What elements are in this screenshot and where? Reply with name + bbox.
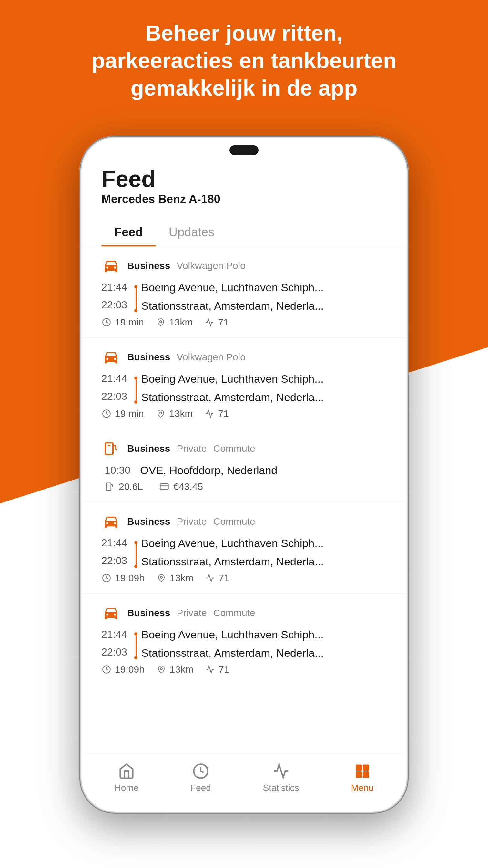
vehicle-subtitle: Mercedes Benz A-180: [101, 192, 387, 206]
feed-item-fuel[interactable]: Business Private Commute 10:30 OVE, Hoof…: [82, 429, 406, 502]
score-icon-3: [205, 573, 215, 583]
duration-value: 19 min: [115, 317, 144, 328]
feed-list: Business Volkwagen Polo 21:44 22:03: [82, 246, 406, 797]
distance-meta: 13km: [156, 317, 193, 328]
badge-business-fuel: Business: [127, 443, 170, 454]
route-display-4: 21:44 22:03 Boeing Avenue, Luchthaven Sc…: [101, 628, 387, 659]
score-icon-2: [204, 408, 215, 419]
times-column-4: 21:44 22:03: [101, 628, 130, 659]
score-value: 71: [218, 317, 228, 328]
screen-content: Feed Mercedes Benz A-180 Feed Updates: [82, 138, 406, 811]
badge-commute-3: Commute: [213, 516, 255, 527]
to-address-3: Stationsstraat, Amsterdam, Nederla...: [141, 555, 387, 568]
feed-item-trip-1[interactable]: Business Volkwagen Polo 21:44 22:03: [82, 246, 406, 338]
route-display: 21:44 22:03 Boeing Avenue, Luchthaven Sc…: [101, 281, 387, 312]
fuel-cost-icon: [159, 482, 169, 492]
svg-point-1: [160, 321, 162, 322]
score-value-3: 71: [219, 572, 229, 584]
to-address-4: Stationsstraat, Amsterdam, Nederla...: [141, 647, 387, 659]
route-dot-start-3: [134, 541, 137, 544]
fuel-icon: [101, 439, 121, 458]
to-time-4: 22:03: [101, 646, 130, 658]
feed-item-trip-4[interactable]: Business Private Commute 21:44 22:03: [82, 593, 406, 685]
distance-value-3: 13km: [170, 572, 193, 584]
svg-point-12: [160, 668, 162, 670]
duration-value-2: 19 min: [115, 408, 144, 419]
fuel-liters-icon: [104, 482, 115, 492]
bottom-nav: Home Feed: [82, 753, 406, 811]
nav-home[interactable]: Home: [104, 759, 148, 796]
nav-feed[interactable]: Feed: [181, 759, 221, 796]
duration-meta-3: 19:09h: [101, 572, 144, 584]
trip-meta-3: 19:09h 13km 71: [101, 572, 387, 584]
badge-private-fuel: Private: [176, 443, 206, 454]
car-icon-3: [101, 512, 121, 531]
fuel-liters-value: 20.6L: [119, 481, 143, 492]
svg-rect-4: [105, 443, 113, 454]
addresses-column-4: Boeing Avenue, Luchthaven Schiph... Stat…: [141, 628, 387, 659]
nav-feed-label: Feed: [190, 783, 211, 793]
times-column-3: 21:44 22:03: [101, 537, 130, 568]
feed-item-trip-3[interactable]: Business Private Commute 21:44 22:03: [82, 502, 406, 593]
badge-vehicle: Volkwagen Polo: [176, 260, 246, 271]
fuel-cost-meta: €43.45: [159, 481, 203, 492]
score-meta-4: 71: [205, 664, 229, 675]
score-value-4: 71: [219, 664, 229, 675]
feed-item-header: Business Volkwagen Polo: [101, 256, 387, 275]
svg-rect-6: [106, 483, 111, 491]
clock-icon-3: [101, 573, 112, 583]
score-icon: [204, 317, 215, 328]
score-meta-3: 71: [205, 572, 229, 584]
route-vertical-line: [135, 288, 136, 309]
camera-notch: [229, 145, 259, 155]
score-meta: 71: [204, 317, 228, 328]
svg-point-3: [160, 412, 162, 414]
from-time-2: 21:44: [101, 373, 130, 384]
nav-menu-label: Menu: [351, 783, 374, 793]
route-display-2: 21:44 22:03 Boeing Avenue, Luchthaven Sc…: [101, 373, 387, 404]
clock-icon: [101, 317, 112, 328]
distance-value-4: 13km: [170, 664, 193, 675]
car-icon: [101, 256, 121, 275]
route-line-3: [134, 537, 137, 568]
route-dot-start-2: [134, 376, 137, 380]
fuel-location: OVE, Hoofddorp, Nederland: [140, 464, 277, 476]
menu-icon: [353, 762, 371, 780]
route-vertical-line-3: [135, 544, 136, 565]
svg-rect-16: [356, 772, 361, 777]
score-icon-4: [205, 664, 215, 675]
trip-meta: 19 min 13km 71: [101, 317, 387, 328]
badge-business: Business: [127, 260, 170, 271]
nav-statistics[interactable]: Statistics: [253, 759, 309, 796]
nav-menu[interactable]: Menu: [341, 759, 383, 796]
route-line-4: [134, 628, 137, 659]
from-time-3: 21:44: [101, 537, 130, 549]
to-time: 22:03: [101, 299, 130, 311]
tab-updates[interactable]: Updates: [156, 219, 228, 246]
duration-meta-4: 19:09h: [101, 664, 144, 675]
feed-item-trip-2[interactable]: Business Volkwagen Polo 21:44 22:03: [82, 338, 406, 429]
addresses-column-2: Boeing Avenue, Luchthaven Schiph... Stat…: [141, 373, 387, 404]
distance-value-2: 13km: [169, 408, 193, 419]
statistics-icon: [272, 762, 290, 780]
svg-rect-17: [363, 772, 368, 777]
score-value-2: 71: [218, 408, 228, 419]
duration-meta-2: 19 min: [101, 408, 144, 419]
route-line: [134, 281, 137, 312]
tab-feed[interactable]: Feed: [101, 219, 156, 246]
route-display-3: 21:44 22:03 Boeing Avenue, Luchthaven Sc…: [101, 537, 387, 568]
location-icon-2: [156, 408, 166, 419]
nav-home-label: Home: [114, 783, 138, 793]
duration-value-4: 19:09h: [115, 664, 144, 675]
times-column: 21:44 22:03: [101, 281, 130, 312]
route-dot-start-4: [134, 632, 137, 636]
addresses-column: Boeing Avenue, Luchthaven Schiph... Stat…: [141, 281, 387, 312]
distance-meta-2: 13km: [156, 408, 193, 419]
distance-meta-4: 13km: [156, 664, 193, 675]
badge-private-4: Private: [176, 608, 206, 618]
route-dot-end: [134, 309, 137, 312]
distance-meta-3: 13km: [156, 572, 193, 584]
home-icon: [118, 762, 135, 780]
phone-frame: Feed Mercedes Benz A-180 Feed Updates: [79, 135, 409, 814]
from-time: 21:44: [101, 281, 130, 293]
